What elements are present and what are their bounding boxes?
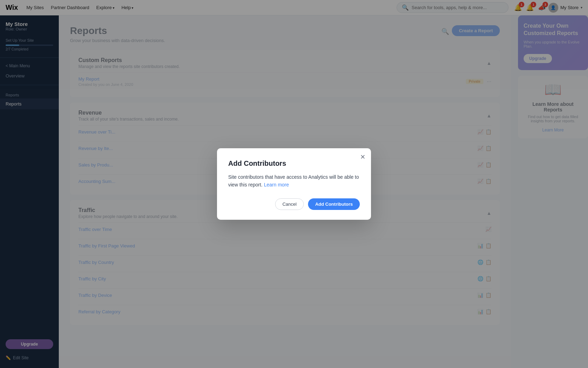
modal-body: Site contributors that have access to An…	[228, 173, 360, 189]
add-contributors-button[interactable]: Add Contributors	[308, 198, 360, 210]
modal-learn-more-link[interactable]: Learn more	[264, 182, 289, 188]
modal-body-text: Site contributors that have access to An…	[228, 174, 359, 188]
add-contributors-modal: ✕ Add Contributors Site contributors tha…	[217, 148, 371, 220]
modal-overlay: ✕ Add Contributors Site contributors tha…	[0, 0, 588, 368]
modal-title: Add Contributors	[228, 159, 360, 168]
modal-actions: Cancel Add Contributors	[228, 198, 360, 210]
modal-close-button[interactable]: ✕	[360, 154, 365, 160]
cancel-button[interactable]: Cancel	[275, 198, 304, 210]
